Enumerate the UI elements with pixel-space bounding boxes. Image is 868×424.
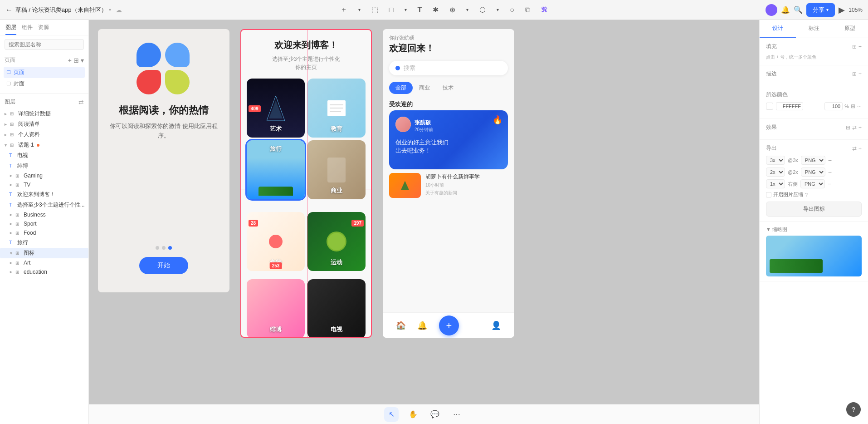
share-button[interactable]: 分享 ▾	[806, 3, 835, 17]
notification-icon[interactable]: 🔔	[781, 5, 790, 14]
layer-sport[interactable]: ► ⊞ Sport	[0, 219, 88, 228]
layer-education[interactable]: ► ⊞ education	[0, 267, 88, 276]
page-item-cover[interactable]: ☐ 封面	[4, 78, 85, 89]
tab-components[interactable]: 组件	[22, 24, 33, 35]
export-add-icon[interactable]: +	[858, 145, 862, 152]
pen-tool[interactable]: ✱	[431, 4, 440, 16]
comment-tool[interactable]: 💬	[428, 407, 442, 422]
fab-add-button[interactable]: +	[439, 316, 459, 335]
fill-toggle-icon[interactable]: +	[858, 44, 862, 50]
nav-profile[interactable]: 👤	[491, 320, 501, 330]
start-button[interactable]: 开始	[139, 257, 188, 274]
export-remove-1x[interactable]: −	[828, 180, 831, 187]
back-button[interactable]: ←	[5, 6, 13, 14]
add-page-button[interactable]: +	[68, 57, 72, 64]
layer-profile[interactable]: ► ⊞ 个人资料	[0, 129, 88, 140]
export-scale-1x[interactable]: 1x2x3x	[766, 179, 785, 188]
page-item-main[interactable]: ☐ 页面	[4, 67, 85, 78]
topic-education[interactable]: 教育	[307, 79, 366, 138]
compress-checkbox[interactable]	[766, 192, 771, 197]
layer-choose[interactable]: T 选择至少3个主题进行个性...	[0, 200, 88, 210]
compress-help-icon[interactable]: ?	[805, 192, 808, 197]
tab-design[interactable]: 设计	[760, 20, 796, 38]
search-bar[interactable]: 搜索	[389, 61, 508, 75]
topic-tv[interactable]: 电视	[307, 279, 366, 338]
article-row[interactable]: 胡萝卜有什么新鲜事学 10小时前 关于有趣的新闻	[383, 169, 514, 202]
export-format-3x[interactable]: PNGJPGSVG	[801, 156, 825, 165]
layer-topic1[interactable]: ▼ ⊞ 话题-1	[0, 140, 88, 150]
topic-business[interactable]: 商业	[307, 140, 366, 199]
layer-tv2[interactable]: ► ⊞ TV	[0, 180, 88, 189]
rect-tool[interactable]: □	[387, 4, 395, 16]
tab-tech[interactable]: 技术	[436, 82, 460, 94]
layer-welcome[interactable]: T 欢迎来到博客！	[0, 189, 88, 200]
color-style-icon[interactable]: ⊞	[851, 103, 855, 109]
effect-plus-icon[interactable]: +	[858, 124, 862, 131]
layer-icon[interactable]: ▼ ⊞ 图标	[0, 248, 88, 258]
export-format-2x[interactable]: PNGJPGSVG	[801, 168, 825, 177]
bottom-nav: 🏠 🔔 + 👤	[383, 312, 514, 338]
export-remove-3x[interactable]: −	[828, 157, 832, 164]
export-transfer-icon[interactable]: ⇄	[852, 145, 857, 152]
select-tool[interactable]: ↖	[384, 407, 399, 422]
cut-tool[interactable]: ⧉	[523, 4, 532, 16]
add-dropdown-icon[interactable]: ▾	[356, 5, 362, 14]
text-tool[interactable]: T	[416, 4, 424, 16]
export-scale-2x[interactable]: 2x3x1x	[766, 168, 785, 177]
dropdown-icon[interactable]: ▾	[109, 7, 111, 12]
hand-tool[interactable]: ✋	[406, 407, 420, 422]
color-options-icon[interactable]: ···	[857, 103, 862, 109]
layer-reading[interactable]: ► ⊞ 阅读清单	[0, 119, 88, 129]
tab-all[interactable]: 全部	[389, 82, 413, 94]
export-icon-button[interactable]: 导出图标	[766, 202, 862, 217]
topic-gossip[interactable]: 绯博	[247, 279, 305, 338]
search-input[interactable]	[5, 39, 84, 50]
effect-transfer-icon[interactable]: ⇄	[852, 124, 857, 131]
stroke-add-icon[interactable]: ⊞	[852, 71, 857, 77]
export-format-1x[interactable]: PNGJPGSVG	[800, 179, 825, 188]
layer-stats[interactable]: ► ⊞ 详细统计数据	[0, 108, 88, 119]
layers-toggle[interactable]: ⇄	[78, 99, 84, 106]
mask-tool[interactable]: ⬡	[478, 4, 488, 16]
layer-gaming[interactable]: ► ⊞ Gaming	[0, 171, 88, 180]
tab-annotate[interactable]: 标注	[796, 20, 832, 38]
color-swatch[interactable]	[766, 103, 773, 110]
topic-travel-label: 旅行	[270, 145, 282, 153]
featured-card[interactable]: 🔥 张航硕 20分钟前 创业的好主意让我们出去吧业务！	[389, 110, 508, 169]
opacity-input[interactable]	[824, 102, 843, 110]
color-hex-input[interactable]	[776, 102, 803, 110]
compress-label: 开启图片压缩	[773, 191, 803, 198]
play-button[interactable]: ▶	[839, 5, 845, 15]
effect-add-icon[interactable]: ⊞	[846, 124, 850, 131]
layer-food[interactable]: ► ⊞ Food	[0, 228, 88, 237]
tab-business[interactable]: 商业	[413, 82, 436, 94]
tab-assets[interactable]: 资源	[38, 24, 49, 35]
page-expand-icon[interactable]: ▾	[81, 57, 84, 64]
export-remove-2x[interactable]: −	[828, 168, 832, 176]
layer-tv[interactable]: T 电视	[0, 150, 88, 161]
fill-add-icon[interactable]: ⊞	[852, 44, 857, 50]
circle-tool[interactable]: ○	[508, 4, 516, 16]
nav-bell[interactable]: 🔔	[417, 320, 427, 330]
rect-dropdown-icon[interactable]: ▾	[403, 5, 409, 14]
layer-art[interactable]: ► ⊞ Art	[0, 258, 88, 267]
combine-tool[interactable]: ⊕	[448, 4, 457, 16]
mask-dropdown[interactable]: ▾	[495, 5, 501, 14]
help-button[interactable]: ?	[846, 402, 861, 417]
stroke-plus-icon[interactable]: +	[858, 71, 862, 77]
combine-dropdown[interactable]: ▾	[464, 5, 470, 14]
add-button[interactable]: ＋	[338, 3, 349, 16]
nav-home[interactable]: 🏠	[396, 320, 406, 330]
frame-tool[interactable]: ⬚	[370, 4, 380, 16]
layer-travel[interactable]: T 旅行	[0, 237, 88, 248]
layer-gossip[interactable]: T 绯博	[0, 161, 88, 171]
page-grid-icon[interactable]: ⊞	[73, 57, 79, 64]
tab-prototype[interactable]: 原型	[832, 20, 868, 38]
layer-business[interactable]: ► ⊞ Business	[0, 210, 88, 219]
topic-travel[interactable]: 旅行 150×150	[247, 140, 305, 199]
search-icon[interactable]: 🔍	[794, 5, 803, 14]
thumbnail-toggle[interactable]: ▼ 缩略图	[766, 226, 862, 233]
tab-layers[interactable]: 图层	[5, 24, 16, 35]
more-tools[interactable]: ⋯	[449, 407, 464, 422]
export-scale-3x[interactable]: 3x2x1x	[766, 156, 785, 165]
